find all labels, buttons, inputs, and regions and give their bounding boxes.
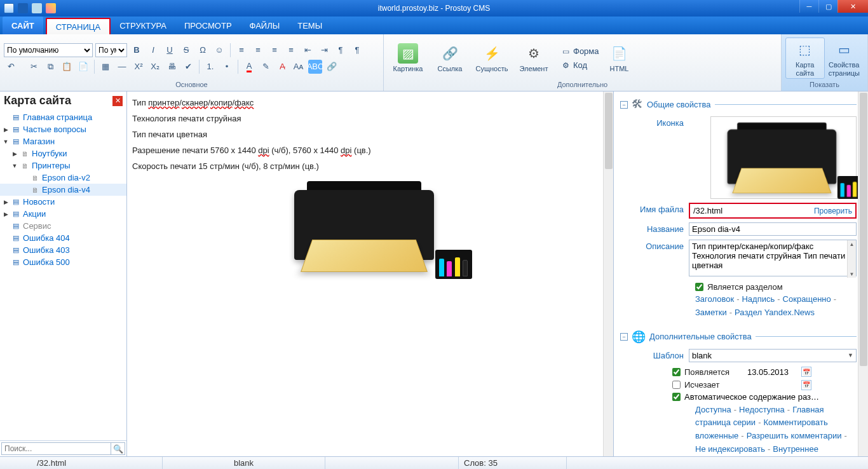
align-center-button[interactable]: ≡	[251, 43, 265, 57]
align-justify-button[interactable]: ≡	[284, 43, 298, 57]
prop-link[interactable]: Раздел Yandex.News	[735, 308, 815, 317]
emoji-button[interactable]: ☺	[212, 43, 226, 57]
omega-button[interactable]: Ω	[196, 43, 210, 57]
maximize-button[interactable]: ▢	[818, 0, 837, 13]
template-select[interactable]: blank▼	[689, 349, 857, 362]
copy-button[interactable]: ⧉	[43, 60, 57, 74]
tree-item-promo[interactable]: ▶▤Акции	[0, 208, 126, 220]
insert-picture-button[interactable]: ▨ Картинка	[388, 42, 428, 74]
qat-save-icon[interactable]	[18, 3, 28, 13]
list-ltr-button[interactable]: ¶	[334, 43, 348, 57]
tab-preview[interactable]: ПРОСМОТР	[175, 17, 241, 34]
tree-item-faq[interactable]: ▶▤Частые вопросы	[0, 123, 126, 135]
sitemap-tree[interactable]: ▤Главная страница▶▤Частые вопросы▼▤Магаз…	[0, 110, 126, 440]
calendar-icon[interactable]: 📅	[801, 367, 811, 377]
sup-button[interactable]: X²	[132, 60, 146, 74]
collapse-extra-button[interactable]: −	[620, 333, 628, 341]
cut-button[interactable]: ✂	[27, 60, 41, 74]
tree-item-403[interactable]: ▤Ошибка 403	[0, 244, 126, 256]
tree-item-epson4[interactable]: 🗎Epson dia-v4	[0, 184, 126, 196]
clearformat-button[interactable]: A̶	[275, 60, 289, 74]
filename-input[interactable]	[691, 205, 811, 217]
content-line-5[interactable]: Скорость печати 15 стр/мин (ч/б), 8 стр/…	[132, 161, 608, 171]
check-link[interactable]: Проверить	[811, 207, 855, 215]
highlight-button[interactable]: ✎	[259, 60, 273, 74]
qat-layers-icon[interactable]	[46, 3, 56, 13]
prop-link[interactable]: Недоступна	[739, 405, 785, 414]
prop-link[interactable]: Внутреннее	[773, 444, 818, 454]
prop-link[interactable]: Надпись	[742, 294, 775, 304]
spell-button[interactable]: ✔	[181, 60, 195, 74]
qat-new-icon[interactable]	[4, 3, 14, 13]
prop-link[interactable]: Заголовок	[695, 294, 734, 304]
bold-button[interactable]: B	[130, 43, 144, 57]
prop-link[interactable]: Не индексировать	[695, 444, 765, 454]
content-line-4[interactable]: Разрешение печати 5760 x 1440 dpi (ч/б),…	[132, 146, 608, 155]
textcolor-button[interactable]: A	[242, 60, 256, 74]
link-inline-button[interactable]: 🔗	[325, 60, 339, 74]
icon-thumbnail[interactable]	[710, 116, 857, 199]
collapse-general-button[interactable]: −	[620, 101, 628, 109]
editor-scrollbar[interactable]	[603, 92, 613, 456]
ol-button[interactable]: 1.	[203, 60, 217, 74]
close-panel-button[interactable]: ✕	[112, 96, 123, 106]
content-line-3[interactable]: Тип печати цветная	[132, 130, 608, 139]
desc-textarea[interactable]: Тип принтер/сканер/копир/факс Технология…	[689, 240, 857, 276]
tree-item-home[interactable]: ▤Главная страница	[0, 111, 126, 123]
search-button[interactable]: 🔍	[111, 442, 125, 455]
indent-right-button[interactable]: ⇥	[317, 43, 331, 57]
table-button[interactable]: ▦	[98, 60, 112, 74]
tab-files[interactable]: ФАЙЛЫ	[241, 17, 289, 34]
undo-button[interactable]: ↶	[4, 60, 18, 74]
prop-link[interactable]: Сокращенно	[783, 294, 831, 304]
insert-entity-button[interactable]: ⚡ Сущность	[471, 42, 512, 74]
appears-date[interactable]: 13.05.2013	[745, 366, 797, 378]
prop-link[interactable]: Заметки	[695, 308, 727, 317]
editor-pane[interactable]: Тип принтер/сканер/копир/факс Технология…	[127, 92, 614, 456]
show-sitemap-button[interactable]: ⬚ Карта сайта	[785, 37, 825, 78]
minimize-button[interactable]: ─	[799, 0, 818, 13]
insert-link-button[interactable]: 🔗 Ссылка	[430, 42, 470, 74]
tree-item-laptops[interactable]: ▶🗎Ноутбуки	[0, 147, 126, 160]
insert-form-button[interactable]: ▭Форма	[558, 45, 602, 58]
paste-button[interactable]: 📋	[60, 60, 74, 74]
sub-button[interactable]: X₂	[148, 60, 162, 74]
tree-item-service[interactable]: ▤Сервис	[0, 220, 126, 232]
insert-element-button[interactable]: ⚙ Элемент	[513, 42, 554, 74]
ul-button[interactable]: •	[220, 60, 234, 74]
tab-site[interactable]: САЙТ	[3, 17, 43, 34]
tree-item-epson2[interactable]: 🗎Epson dia-v2	[0, 172, 126, 184]
autotoc-checkbox[interactable]	[672, 393, 681, 401]
is-section-checkbox[interactable]	[695, 283, 703, 291]
font-select[interactable]: По ум	[95, 43, 127, 57]
fontsize-button[interactable]: Aᴀ	[292, 60, 306, 74]
underline-button[interactable]: U	[163, 43, 177, 57]
calendar-icon-2[interactable]: 📅	[801, 380, 811, 390]
print-button[interactable]: 🖶	[165, 60, 179, 74]
disappears-date[interactable]	[745, 384, 797, 386]
tab-page[interactable]: СТРАНИЦА	[46, 18, 111, 34]
spellcheck-button[interactable]: ABC	[308, 60, 322, 74]
paste-special-button[interactable]: 📄	[76, 60, 90, 74]
hr-button[interactable]: —	[115, 60, 129, 74]
align-right-button[interactable]: ≡	[268, 43, 281, 57]
html-button[interactable]: 📄 HTML	[603, 42, 636, 74]
indent-left-button[interactable]: ⇤	[301, 43, 315, 57]
props-scrollbar[interactable]	[858, 92, 868, 456]
qat-tool-icon[interactable]	[32, 3, 42, 13]
tab-structure[interactable]: СТРУКТУРА	[111, 17, 175, 34]
tree-item-500[interactable]: ▤Ошибка 500	[0, 256, 126, 268]
strike-button[interactable]: S	[179, 43, 193, 57]
tab-themes[interactable]: ТЕМЫ	[288, 17, 331, 34]
content-line-2[interactable]: Технология печати струйная	[132, 114, 608, 123]
tree-item-shop[interactable]: ▼▤Магазин	[0, 135, 126, 147]
close-button[interactable]: ✕	[837, 0, 868, 13]
show-pageprops-button[interactable]: ▭ Свойства страницы	[825, 38, 864, 78]
insert-code-button[interactable]: ⚙Код	[558, 59, 602, 72]
tree-item-printers[interactable]: ▼🗎Принтеры	[0, 160, 126, 172]
desc-scrollbar[interactable]: ▲ ▼	[847, 240, 856, 278]
align-left-button[interactable]: ≡	[234, 43, 248, 57]
tree-item-news[interactable]: ▶▤Новости	[0, 196, 126, 208]
tree-item-404[interactable]: ▤Ошибка 404	[0, 232, 126, 244]
prop-link[interactable]: Доступна	[695, 405, 731, 414]
